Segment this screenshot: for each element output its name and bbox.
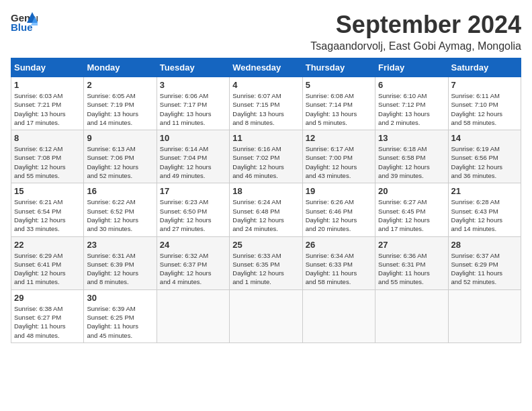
day-number: 5 bbox=[306, 80, 372, 90]
day-number: 12 bbox=[306, 133, 372, 143]
day-info: Sunrise: 6:11 AM Sunset: 7:10 PM Dayligh… bbox=[451, 91, 518, 127]
day-number: 4 bbox=[232, 80, 299, 90]
logo-icon: General Blue bbox=[11, 11, 38, 36]
table-cell: 24Sunrise: 6:32 AM Sunset: 6:37 PM Dayli… bbox=[157, 236, 229, 289]
day-info: Sunrise: 6:10 AM Sunset: 7:12 PM Dayligh… bbox=[378, 91, 445, 127]
logo: General Blue bbox=[11, 11, 38, 36]
day-info: Sunrise: 6:13 AM Sunset: 7:06 PM Dayligh… bbox=[87, 144, 153, 180]
table-cell: 22Sunrise: 6:29 AM Sunset: 6:41 PM Dayli… bbox=[11, 236, 84, 289]
table-cell: 5Sunrise: 6:08 AM Sunset: 7:14 PM Daylig… bbox=[302, 77, 375, 130]
day-info: Sunrise: 6:27 AM Sunset: 6:45 PM Dayligh… bbox=[378, 197, 445, 233]
day-info: Sunrise: 6:22 AM Sunset: 6:52 PM Dayligh… bbox=[87, 197, 153, 233]
table-cell: 3Sunrise: 6:06 AM Sunset: 7:17 PM Daylig… bbox=[157, 77, 229, 130]
day-info: Sunrise: 6:21 AM Sunset: 6:54 PM Dayligh… bbox=[14, 197, 81, 233]
day-info: Sunrise: 6:16 AM Sunset: 7:02 PM Dayligh… bbox=[232, 144, 299, 180]
table-cell: 11Sunrise: 6:16 AM Sunset: 7:02 PM Dayli… bbox=[230, 130, 302, 183]
table-cell: 2Sunrise: 6:05 AM Sunset: 7:19 PM Daylig… bbox=[84, 77, 157, 130]
day-number: 28 bbox=[451, 240, 518, 250]
table-cell: 8Sunrise: 6:12 AM Sunset: 7:08 PM Daylig… bbox=[11, 130, 84, 183]
table-cell: 1Sunrise: 6:03 AM Sunset: 7:21 PM Daylig… bbox=[11, 77, 84, 130]
day-number: 6 bbox=[378, 80, 445, 90]
day-info: Sunrise: 6:05 AM Sunset: 7:19 PM Dayligh… bbox=[87, 91, 153, 127]
day-info: Sunrise: 6:34 AM Sunset: 6:33 PM Dayligh… bbox=[306, 251, 372, 287]
table-cell bbox=[302, 289, 375, 342]
day-info: Sunrise: 6:14 AM Sunset: 7:04 PM Dayligh… bbox=[160, 144, 226, 180]
svg-text:Blue: Blue bbox=[11, 21, 33, 33]
table-row: 22Sunrise: 6:29 AM Sunset: 6:41 PM Dayli… bbox=[11, 236, 521, 289]
table-cell: 28Sunrise: 6:37 AM Sunset: 6:29 PM Dayli… bbox=[448, 236, 521, 289]
day-number: 23 bbox=[87, 240, 153, 250]
table-cell: 13Sunrise: 6:18 AM Sunset: 6:58 PM Dayli… bbox=[375, 130, 448, 183]
calendar-header-row: Sunday Monday Tuesday Wednesday Thursday… bbox=[11, 58, 521, 77]
day-number: 19 bbox=[306, 186, 372, 196]
title-area: September 2024 Tsagaandorvolj, East Gobi… bbox=[310, 11, 521, 52]
table-cell: 26Sunrise: 6:34 AM Sunset: 6:33 PM Dayli… bbox=[302, 236, 375, 289]
day-info: Sunrise: 6:19 AM Sunset: 6:56 PM Dayligh… bbox=[451, 144, 518, 180]
day-number: 3 bbox=[160, 80, 226, 90]
day-info: Sunrise: 6:06 AM Sunset: 7:17 PM Dayligh… bbox=[160, 91, 226, 127]
day-info: Sunrise: 6:32 AM Sunset: 6:37 PM Dayligh… bbox=[160, 251, 226, 287]
day-number: 17 bbox=[160, 186, 226, 196]
table-cell: 14Sunrise: 6:19 AM Sunset: 6:56 PM Dayli… bbox=[448, 130, 521, 183]
day-number: 27 bbox=[378, 240, 445, 250]
day-number: 29 bbox=[14, 293, 81, 303]
day-number: 1 bbox=[14, 80, 81, 90]
table-cell: 10Sunrise: 6:14 AM Sunset: 7:04 PM Dayli… bbox=[157, 130, 229, 183]
table-cell: 30Sunrise: 6:39 AM Sunset: 6:25 PM Dayli… bbox=[84, 289, 157, 342]
day-info: Sunrise: 6:38 AM Sunset: 6:27 PM Dayligh… bbox=[14, 304, 81, 340]
day-info: Sunrise: 6:33 AM Sunset: 6:35 PM Dayligh… bbox=[232, 251, 299, 287]
day-number: 7 bbox=[451, 80, 518, 90]
header-wednesday: Wednesday bbox=[230, 58, 302, 77]
table-cell: 23Sunrise: 6:31 AM Sunset: 6:39 PM Dayli… bbox=[84, 236, 157, 289]
table-row: 29Sunrise: 6:38 AM Sunset: 6:27 PM Dayli… bbox=[11, 289, 521, 342]
day-number: 11 bbox=[232, 133, 299, 143]
day-info: Sunrise: 6:31 AM Sunset: 6:39 PM Dayligh… bbox=[87, 251, 153, 287]
calendar-table: Sunday Monday Tuesday Wednesday Thursday… bbox=[11, 58, 521, 343]
day-info: Sunrise: 6:28 AM Sunset: 6:43 PM Dayligh… bbox=[451, 197, 518, 233]
header-friday: Friday bbox=[375, 58, 448, 77]
table-cell: 12Sunrise: 6:17 AM Sunset: 7:00 PM Dayli… bbox=[302, 130, 375, 183]
table-cell: 6Sunrise: 6:10 AM Sunset: 7:12 PM Daylig… bbox=[375, 77, 448, 130]
day-number: 15 bbox=[14, 186, 81, 196]
header-thursday: Thursday bbox=[302, 58, 375, 77]
day-number: 2 bbox=[87, 80, 153, 90]
day-info: Sunrise: 6:17 AM Sunset: 7:00 PM Dayligh… bbox=[306, 144, 372, 180]
location-title: Tsagaandorvolj, East Gobi Aymag, Mongoli… bbox=[310, 40, 521, 52]
table-row: 1Sunrise: 6:03 AM Sunset: 7:21 PM Daylig… bbox=[11, 77, 521, 130]
table-cell: 7Sunrise: 6:11 AM Sunset: 7:10 PM Daylig… bbox=[448, 77, 521, 130]
day-info: Sunrise: 6:18 AM Sunset: 6:58 PM Dayligh… bbox=[378, 144, 445, 180]
table-cell: 21Sunrise: 6:28 AM Sunset: 6:43 PM Dayli… bbox=[448, 183, 521, 236]
day-number: 9 bbox=[87, 133, 153, 143]
table-cell bbox=[157, 289, 229, 342]
day-number: 26 bbox=[306, 240, 372, 250]
day-info: Sunrise: 6:24 AM Sunset: 6:48 PM Dayligh… bbox=[232, 197, 299, 233]
day-number: 14 bbox=[451, 133, 518, 143]
day-info: Sunrise: 6:26 AM Sunset: 6:46 PM Dayligh… bbox=[306, 197, 372, 233]
page-header: General Blue September 2024 Tsagaandorvo… bbox=[11, 11, 521, 52]
table-cell bbox=[375, 289, 448, 342]
table-cell: 20Sunrise: 6:27 AM Sunset: 6:45 PM Dayli… bbox=[375, 183, 448, 236]
day-info: Sunrise: 6:39 AM Sunset: 6:25 PM Dayligh… bbox=[87, 304, 153, 340]
day-number: 16 bbox=[87, 186, 153, 196]
table-cell: 29Sunrise: 6:38 AM Sunset: 6:27 PM Dayli… bbox=[11, 289, 84, 342]
table-cell: 25Sunrise: 6:33 AM Sunset: 6:35 PM Dayli… bbox=[230, 236, 302, 289]
table-cell bbox=[230, 289, 302, 342]
day-number: 25 bbox=[232, 240, 299, 250]
day-number: 20 bbox=[378, 186, 445, 196]
header-tuesday: Tuesday bbox=[157, 58, 229, 77]
day-info: Sunrise: 6:36 AM Sunset: 6:31 PM Dayligh… bbox=[378, 251, 445, 287]
day-number: 21 bbox=[451, 186, 518, 196]
day-info: Sunrise: 6:08 AM Sunset: 7:14 PM Dayligh… bbox=[306, 91, 372, 127]
day-info: Sunrise: 6:23 AM Sunset: 6:50 PM Dayligh… bbox=[160, 197, 226, 233]
header-saturday: Saturday bbox=[448, 58, 521, 77]
table-cell: 16Sunrise: 6:22 AM Sunset: 6:52 PM Dayli… bbox=[84, 183, 157, 236]
table-cell: 9Sunrise: 6:13 AM Sunset: 7:06 PM Daylig… bbox=[84, 130, 157, 183]
day-number: 30 bbox=[87, 293, 153, 303]
table-row: 15Sunrise: 6:21 AM Sunset: 6:54 PM Dayli… bbox=[11, 183, 521, 236]
table-cell: 4Sunrise: 6:07 AM Sunset: 7:15 PM Daylig… bbox=[230, 77, 302, 130]
day-info: Sunrise: 6:07 AM Sunset: 7:15 PM Dayligh… bbox=[232, 91, 299, 127]
table-cell: 17Sunrise: 6:23 AM Sunset: 6:50 PM Dayli… bbox=[157, 183, 229, 236]
day-number: 18 bbox=[232, 186, 299, 196]
table-cell: 15Sunrise: 6:21 AM Sunset: 6:54 PM Dayli… bbox=[11, 183, 84, 236]
table-cell: 18Sunrise: 6:24 AM Sunset: 6:48 PM Dayli… bbox=[230, 183, 302, 236]
